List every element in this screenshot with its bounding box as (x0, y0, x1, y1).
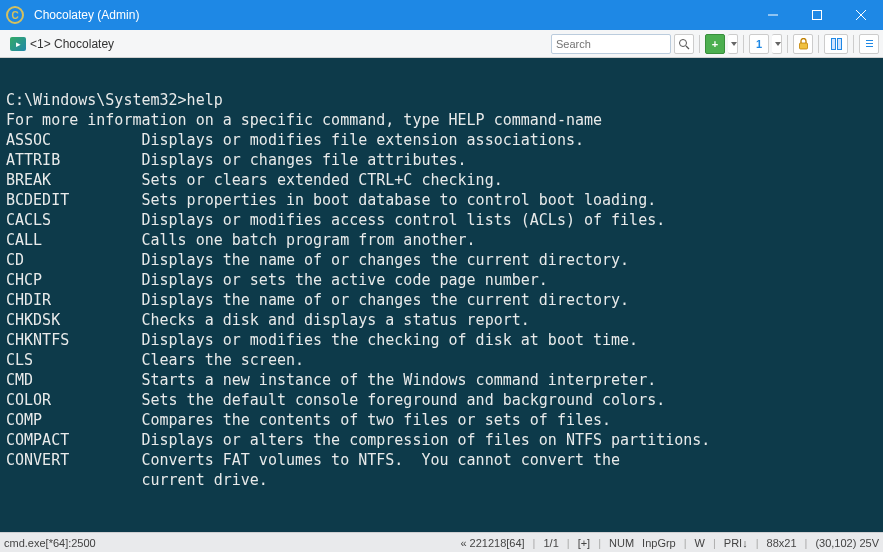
status-pri: PRI↓ (724, 537, 748, 549)
status-size: 88x21 (767, 537, 797, 549)
status-pos: (30,102) 25V (815, 537, 879, 549)
svg-rect-1 (813, 11, 822, 20)
close-button[interactable] (839, 0, 883, 30)
status-inpgrp: InpGrp (642, 537, 676, 549)
new-tab-button[interactable]: + (705, 34, 725, 54)
status-mode: [+] (578, 537, 591, 549)
tab-label: <1> Chocolatey (30, 37, 114, 51)
maximize-button[interactable] (795, 0, 839, 30)
window-number-dropdown[interactable] (772, 34, 782, 54)
svg-line-5 (686, 46, 689, 49)
svg-point-4 (680, 39, 687, 46)
search-button[interactable] (674, 34, 694, 54)
console-tab[interactable]: ▸ <1> Chocolatey (4, 36, 120, 52)
menu-button[interactable] (859, 34, 879, 54)
terminal-output[interactable]: C:\Windows\System32>help For more inform… (0, 58, 883, 532)
status-page: 1/1 (543, 537, 558, 549)
app-icon: C (0, 6, 30, 24)
status-num: NUM (609, 537, 634, 549)
status-process: cmd.exe[*64]:2500 (4, 537, 96, 549)
status-bar: cmd.exe[*64]:2500 « 221218[64] | 1/1 | [… (0, 532, 883, 552)
window-title: Chocolatey (Admin) (30, 8, 751, 22)
lock-button[interactable] (793, 34, 813, 54)
split-view-button[interactable] (824, 34, 848, 54)
toolbar: ▸ <1> Chocolatey + 1 (0, 30, 883, 58)
status-build: « 221218[64] (460, 537, 524, 549)
svg-rect-6 (799, 43, 807, 49)
search-input[interactable] (551, 34, 671, 54)
window-titlebar: C Chocolatey (Admin) (0, 0, 883, 30)
console-icon: ▸ (10, 37, 26, 51)
window-number-button[interactable]: 1 (749, 34, 769, 54)
minimize-button[interactable] (751, 0, 795, 30)
status-w: W (695, 537, 705, 549)
new-tab-dropdown[interactable] (728, 34, 738, 54)
